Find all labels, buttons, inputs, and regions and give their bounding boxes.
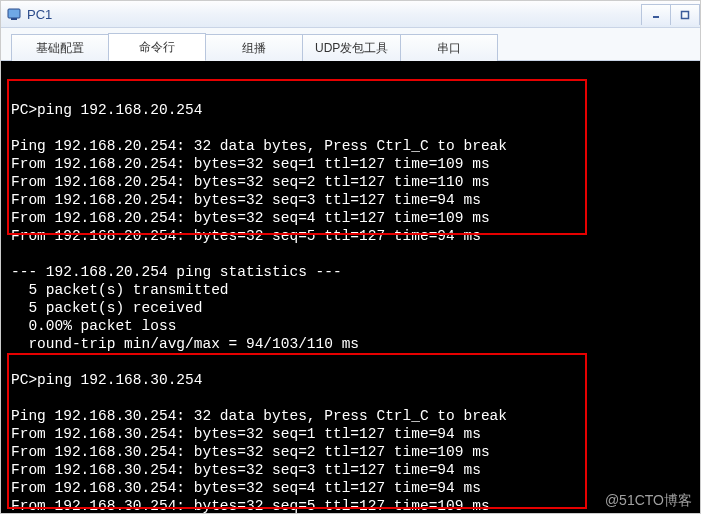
terminal-line: 5 packet(s) transmitted <box>11 281 690 299</box>
maximize-button[interactable] <box>670 4 700 25</box>
tab-multicast[interactable]: 组播 <box>205 34 303 61</box>
terminal-line: From 192.168.30.254: bytes=32 seq=1 ttl=… <box>11 425 690 443</box>
tab-command-line[interactable]: 命令行 <box>108 33 206 61</box>
terminal-line <box>11 353 690 371</box>
minimize-button[interactable] <box>641 4 671 25</box>
terminal-line <box>11 119 690 137</box>
app-icon <box>7 7 21 21</box>
tab-basic-config[interactable]: 基础配置 <box>11 34 109 61</box>
terminal-line: From 192.168.30.254: bytes=32 seq=3 ttl=… <box>11 461 690 479</box>
window-title: PC1 <box>27 7 52 22</box>
titlebar-left: PC1 <box>7 7 52 22</box>
terminal-line: From 192.168.20.254: bytes=32 seq=3 ttl=… <box>11 191 690 209</box>
tab-label: 组播 <box>242 40 266 57</box>
terminal-line <box>11 245 690 263</box>
tab-label: 命令行 <box>139 39 175 56</box>
terminal-line: From 192.168.30.254: bytes=32 seq=2 ttl=… <box>11 443 690 461</box>
terminal-line <box>11 389 690 407</box>
terminal-line: From 192.168.30.254: bytes=32 seq=4 ttl=… <box>11 479 690 497</box>
tab-label: 串口 <box>437 40 461 57</box>
tab-label: 基础配置 <box>36 40 84 57</box>
terminal-line: PC>ping 192.168.20.254 <box>11 101 690 119</box>
terminal-line: Ping 192.168.30.254: 32 data bytes, Pres… <box>11 407 690 425</box>
svg-rect-1 <box>11 18 17 20</box>
terminal-line: From 192.168.20.254: bytes=32 seq=1 ttl=… <box>11 155 690 173</box>
terminal-line <box>11 65 690 83</box>
terminal-line: From 192.168.20.254: bytes=32 seq=4 ttl=… <box>11 209 690 227</box>
svg-rect-0 <box>8 9 20 18</box>
terminal-line <box>11 83 690 101</box>
tab-serial[interactable]: 串口 <box>400 34 498 61</box>
terminal-line: PC>ping 192.168.30.254 <box>11 371 690 389</box>
window-titlebar: PC1 <box>1 1 700 28</box>
terminal-line: Ping 192.168.20.254: 32 data bytes, Pres… <box>11 137 690 155</box>
terminal-line: --- 192.168.20.254 ping statistics --- <box>11 263 690 281</box>
tab-udp-tool[interactable]: UDP发包工具 <box>302 34 401 61</box>
terminal-output[interactable]: PC>ping 192.168.20.254 Ping 192.168.20.2… <box>1 61 700 514</box>
terminal-line: From 192.168.30.254: bytes=32 seq=5 ttl=… <box>11 497 690 514</box>
terminal-line: From 192.168.20.254: bytes=32 seq=5 ttl=… <box>11 227 690 245</box>
tab-label: UDP发包工具 <box>315 40 388 57</box>
terminal-line: 5 packet(s) received <box>11 299 690 317</box>
svg-rect-3 <box>682 11 689 18</box>
terminal-line: From 192.168.20.254: bytes=32 seq=2 ttl=… <box>11 173 690 191</box>
tab-bar: 基础配置 命令行 组播 UDP发包工具 串口 <box>1 28 700 61</box>
terminal-line: 0.00% packet loss <box>11 317 690 335</box>
window-controls <box>642 4 700 25</box>
terminal-line: round-trip min/avg/max = 94/103/110 ms <box>11 335 690 353</box>
